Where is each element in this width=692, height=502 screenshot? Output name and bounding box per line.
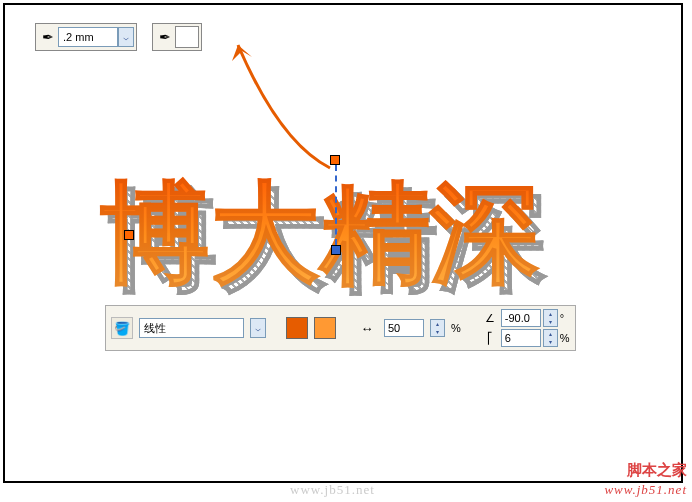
angle-icon: ∠ bbox=[481, 309, 499, 327]
canvas-frame: ✒ ✒ 博大精深 博大精深 🪣 线性 ↔ ▴▾ % bbox=[3, 3, 683, 483]
edge-pad-icon: ⎡ bbox=[481, 329, 499, 347]
angle-spinner[interactable]: ▴▾ bbox=[543, 309, 558, 327]
percent-label: % bbox=[451, 322, 461, 334]
watermark-brand: 脚本之家 bbox=[627, 461, 687, 480]
annotation-arrow bbox=[230, 33, 350, 173]
gradient-vector-line bbox=[335, 165, 337, 245]
selection-handle[interactable] bbox=[124, 230, 134, 240]
fill-type-arrow[interactable] bbox=[250, 318, 266, 338]
outline-color-swatch[interactable] bbox=[175, 26, 199, 48]
fill-type-dropdown[interactable]: 线性 bbox=[139, 318, 244, 338]
width-dropdown[interactable] bbox=[118, 27, 134, 47]
pen-icon: ✒ bbox=[155, 26, 175, 48]
degree-label: ° bbox=[560, 312, 564, 324]
outline-width-group: ✒ bbox=[35, 23, 137, 51]
text-face-layer: 博大精深 bbox=[100, 160, 540, 309]
edge-pad-input[interactable] bbox=[501, 329, 541, 347]
percent-label-2: % bbox=[560, 332, 570, 344]
gradient-handle-start[interactable] bbox=[330, 155, 340, 165]
pen-icon: ✒ bbox=[38, 26, 58, 48]
edge-pad-spinner[interactable]: ▴▾ bbox=[543, 329, 558, 347]
midpoint-input[interactable] bbox=[384, 319, 424, 337]
midpoint-icon: ↔ bbox=[356, 317, 378, 339]
fill-tool-icon[interactable]: 🪣 bbox=[111, 317, 133, 339]
outline-color-group: ✒ bbox=[152, 23, 202, 51]
watermark-center: www.jb51.net bbox=[290, 482, 375, 498]
angle-pad-stack: ∠ ▴▾ ° ⎡ ▴▾ % bbox=[481, 309, 570, 347]
gradient-color-to[interactable] bbox=[314, 317, 336, 339]
watermark-url: www.jb51.net bbox=[604, 482, 687, 498]
fill-type-value: 线性 bbox=[144, 321, 166, 336]
outline-toolbar: ✒ ✒ bbox=[35, 23, 202, 51]
gradient-color-from[interactable] bbox=[286, 317, 308, 339]
outline-width-input[interactable] bbox=[58, 27, 118, 47]
fill-toolbar: 🪣 线性 ↔ ▴▾ % ∠ ▴▾ ° ⎡ ▴▾ % bbox=[105, 305, 576, 351]
text-effect-object[interactable]: 博大精深 博大精深 bbox=[100, 160, 600, 280]
midpoint-spinner[interactable]: ▴▾ bbox=[430, 319, 445, 337]
gradient-handle-end[interactable] bbox=[331, 245, 341, 255]
angle-input[interactable] bbox=[501, 309, 541, 327]
